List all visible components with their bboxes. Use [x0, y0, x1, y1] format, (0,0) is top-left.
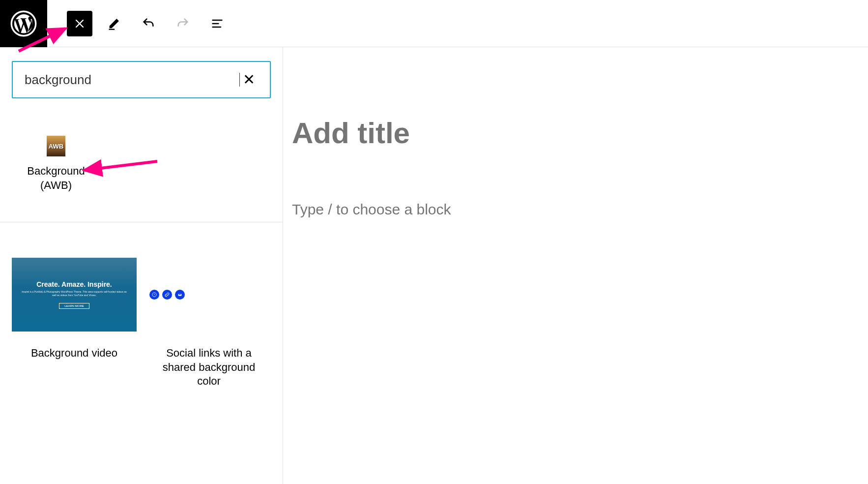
pencil-icon [107, 17, 121, 30]
undo-icon [142, 17, 155, 30]
edit-mode-button[interactable] [101, 11, 127, 36]
block-result-label: Background (AWB) [27, 164, 85, 192]
undo-button[interactable] [136, 11, 161, 36]
wordpress-social-icon [149, 290, 159, 300]
link-social-icon [162, 290, 172, 300]
editor-canvas: Add title Type / to choose a block [283, 47, 868, 484]
block-inserter-panel: ✕ AWB Background (AWB) Create. Ama [0, 47, 283, 484]
editor-header [0, 0, 868, 47]
main-layout: ✕ AWB Background (AWB) Create. Ama [0, 47, 868, 484]
pattern-social-links[interactable]: Social links with a shared background co… [146, 258, 271, 389]
awb-block-icon: AWB [47, 136, 65, 156]
list-view-icon [210, 17, 224, 30]
svg-rect-1 [109, 29, 115, 30]
pattern-background-video[interactable]: Create. Amaze. Inspire. Inspiré is a Por… [12, 258, 137, 389]
post-title-input[interactable]: Add title [292, 116, 859, 150]
pattern-preview-thumbnail: Create. Amaze. Inspire. Inspiré is a Por… [12, 258, 137, 332]
pattern-results: Create. Amaze. Inspire. Inspiré is a Por… [0, 222, 283, 424]
pattern-label: Social links with a shared background co… [150, 346, 268, 389]
clear-search-button[interactable]: ✕ [240, 72, 258, 87]
annotation-arrow [14, 24, 78, 53]
svg-line-5 [19, 29, 65, 51]
mail-social-icon [175, 290, 185, 300]
search-box: ✕ [12, 61, 271, 98]
annotation-arrow [79, 158, 162, 178]
pattern-label: Background video [31, 346, 117, 361]
redo-icon [176, 17, 190, 30]
pattern-preview-thumbnail [146, 258, 271, 332]
redo-button[interactable] [170, 11, 196, 36]
block-search-input[interactable] [25, 72, 239, 88]
awb-icon-text: AWB [49, 143, 63, 150]
document-overview-button[interactable] [204, 11, 230, 36]
search-container: ✕ [0, 47, 283, 108]
default-block-appender[interactable]: Type / to choose a block [292, 201, 859, 218]
svg-line-7 [85, 161, 157, 170]
